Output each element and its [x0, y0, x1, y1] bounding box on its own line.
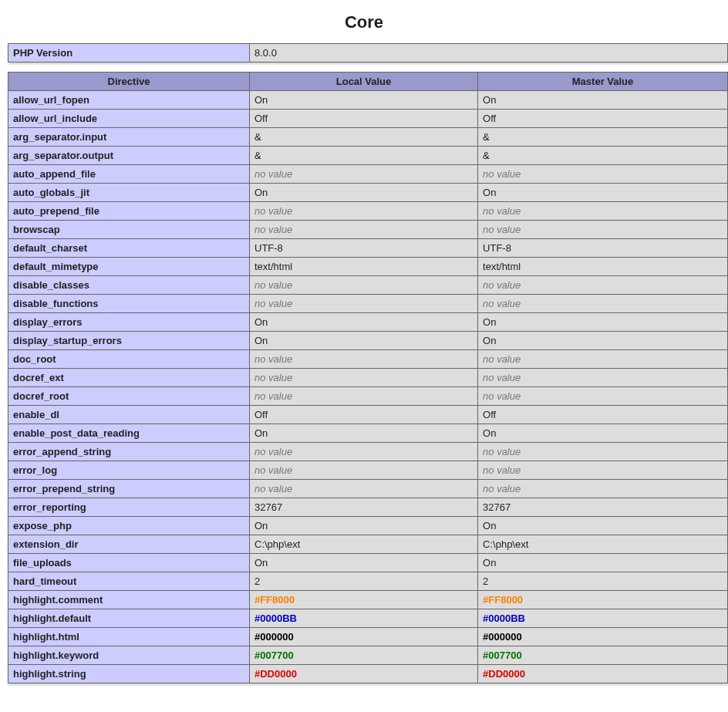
directive-name: doc_root [8, 350, 250, 369]
directive-value: Off [250, 406, 478, 424]
directive-value: #0000BB [478, 609, 728, 628]
directive-value: On [250, 517, 478, 535]
directive-name: expose_php [8, 517, 250, 535]
directive-value: no value [478, 461, 728, 480]
directive-value: no value [478, 165, 728, 184]
table-row: enable_post_data_readingOnOn [8, 424, 728, 443]
directive-value: On [478, 91, 728, 110]
directive-value: 32767 [478, 498, 728, 517]
directive-name: error_reporting [8, 498, 250, 517]
directive-name: docref_root [8, 387, 250, 406]
table-row: extension_dirC:\php\extC:\php\ext [8, 535, 728, 554]
directive-value: 2 [478, 572, 728, 591]
directive-name: extension_dir [8, 535, 250, 554]
table-header-row: Directive Local Value Master Value [8, 73, 728, 91]
table-row: doc_rootno valueno value [8, 350, 728, 369]
table-row: disable_classesno valueno value [8, 276, 728, 295]
directive-value: no value [250, 276, 478, 295]
directive-value: UTF-8 [250, 239, 478, 258]
table-row: docref_extno valueno value [8, 369, 728, 387]
directive-value: no value [250, 443, 478, 461]
table-row: browscapno valueno value [8, 221, 728, 239]
directive-value: On [478, 184, 728, 202]
directive-name: default_mimetype [8, 258, 250, 276]
directive-value: #FF8000 [478, 591, 728, 609]
directive-value: text/html [250, 258, 478, 276]
directive-value: #DD0000 [478, 665, 728, 683]
directive-value: #000000 [250, 628, 478, 646]
directive-value: On [250, 332, 478, 350]
section-title: Core [8, 12, 720, 32]
directive-value: UTF-8 [478, 239, 728, 258]
table-row: error_prepend_stringno valueno value [8, 480, 728, 498]
directive-value: Off [478, 110, 728, 128]
directive-value: 2 [250, 572, 478, 591]
directive-name: highlight.html [8, 628, 250, 646]
directive-value: no value [478, 369, 728, 387]
directive-value: On [478, 554, 728, 572]
directive-name: error_append_string [8, 443, 250, 461]
table-row: auto_append_fileno valueno value [8, 165, 728, 184]
table-row: allow_url_includeOffOff [8, 110, 728, 128]
directive-value: no value [478, 387, 728, 406]
col-directive: Directive [8, 73, 250, 91]
directive-name: auto_append_file [8, 165, 250, 184]
table-row: expose_phpOnOn [8, 517, 728, 535]
directive-name: enable_post_data_reading [8, 424, 250, 443]
directives-table: Directive Local Value Master Value allow… [8, 72, 728, 683]
directive-value: no value [478, 295, 728, 313]
table-row: PHP Version 8.0.0 [8, 44, 728, 62]
directive-value: no value [478, 350, 728, 369]
directive-name: hard_timeout [8, 572, 250, 591]
table-row: error_append_stringno valueno value [8, 443, 728, 461]
directive-name: arg_separator.input [8, 128, 250, 147]
directive-value: no value [250, 387, 478, 406]
directive-name: allow_url_fopen [8, 91, 250, 110]
table-row: highlight.html#000000#000000 [8, 628, 728, 646]
directive-value: On [478, 313, 728, 332]
directive-value: On [250, 91, 478, 110]
directive-name: default_charset [8, 239, 250, 258]
directive-name: disable_classes [8, 276, 250, 295]
directive-value: #FF8000 [250, 591, 478, 609]
table-row: docref_rootno valueno value [8, 387, 728, 406]
directive-value: C:\php\ext [478, 535, 728, 554]
directive-value: no value [250, 202, 478, 221]
php-version-value: 8.0.0 [250, 44, 728, 62]
table-row: disable_functionsno valueno value [8, 295, 728, 313]
table-row: arg_separator.input&& [8, 128, 728, 147]
directive-value: On [250, 184, 478, 202]
table-row: auto_globals_jitOnOn [8, 184, 728, 202]
directive-value: 32767 [250, 498, 478, 517]
directive-value: & [250, 147, 478, 165]
directive-value: no value [478, 221, 728, 239]
directive-value: On [478, 424, 728, 443]
php-version-table: PHP Version 8.0.0 [8, 43, 728, 62]
table-row: arg_separator.output&& [8, 147, 728, 165]
directive-name: highlight.comment [8, 591, 250, 609]
table-row: highlight.default#0000BB#0000BB [8, 609, 728, 628]
directive-value: no value [478, 443, 728, 461]
directive-name: allow_url_include [8, 110, 250, 128]
directive-name: highlight.default [8, 609, 250, 628]
directive-name: display_startup_errors [8, 332, 250, 350]
directive-name: file_uploads [8, 554, 250, 572]
table-row: hard_timeout22 [8, 572, 728, 591]
directive-name: auto_globals_jit [8, 184, 250, 202]
directive-value: On [250, 554, 478, 572]
col-master-value: Master Value [478, 73, 728, 91]
directive-name: disable_functions [8, 295, 250, 313]
directive-value: no value [250, 295, 478, 313]
table-row: highlight.string#DD0000#DD0000 [8, 665, 728, 683]
directive-value: & [478, 128, 728, 147]
directive-value: #007700 [250, 646, 478, 665]
table-row: display_errorsOnOn [8, 313, 728, 332]
directive-value: C:\php\ext [250, 535, 478, 554]
directive-name: docref_ext [8, 369, 250, 387]
directive-value: no value [478, 480, 728, 498]
table-row: auto_prepend_fileno valueno value [8, 202, 728, 221]
directive-name: highlight.keyword [8, 646, 250, 665]
table-row: error_reporting3276732767 [8, 498, 728, 517]
directive-value: & [478, 147, 728, 165]
directive-name: error_prepend_string [8, 480, 250, 498]
